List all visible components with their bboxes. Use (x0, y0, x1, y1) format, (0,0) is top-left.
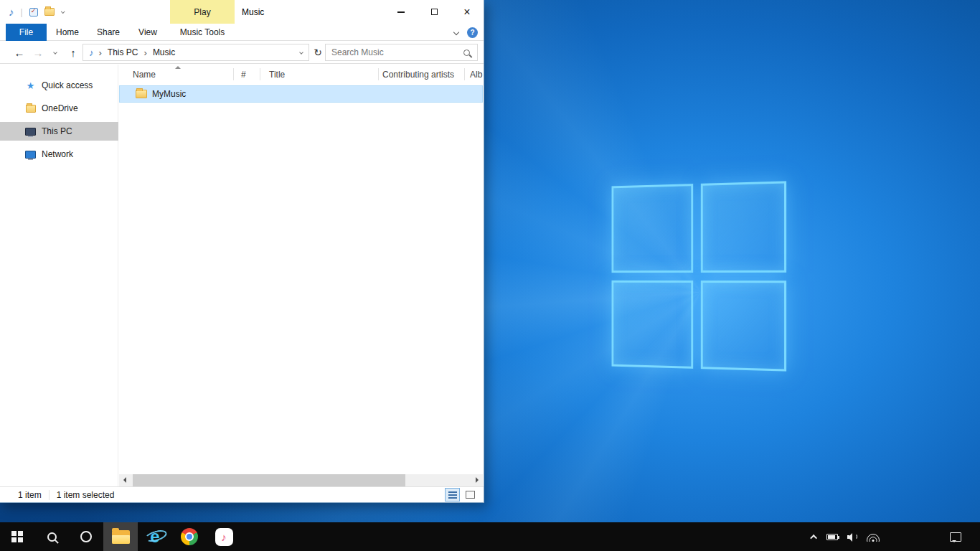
column-header-contributing-artists[interactable]: Contributing artists (382, 65, 454, 84)
battery-icon[interactable] (826, 534, 838, 540)
taskbar-internet-explorer-button[interactable]: e (138, 522, 172, 551)
customize-toolbar-chevron-icon[interactable] (61, 9, 65, 14)
desktop: ♪ | Play Music × File (0, 0, 980, 551)
tab-home[interactable]: Home (50, 24, 85, 41)
scroll-left-arrow-icon[interactable] (123, 477, 126, 483)
recent-locations-chevron-icon (53, 50, 57, 55)
file-explorer-window: ♪ | Play Music × File (0, 0, 484, 503)
refresh-button[interactable]: ↻ (310, 44, 326, 61)
quick-access-star-icon: ★ (24, 81, 37, 90)
window-title: Music (242, 0, 264, 24)
address-dropdown-chevron-icon (299, 50, 303, 55)
hidden-icons-chevron-icon[interactable] (810, 534, 817, 541)
tab-music-tools-label: Music Tools (180, 27, 225, 37)
status-bar: 1 item 1 item selected (0, 486, 484, 502)
windows-logo-pane (700, 281, 786, 372)
close-button[interactable]: × (451, 0, 484, 24)
search-icon[interactable] (463, 50, 470, 56)
wifi-icon[interactable] (867, 532, 880, 542)
sidebar-item-this-pc[interactable]: This PC (0, 122, 118, 141)
column-divider[interactable] (378, 68, 379, 80)
tab-file[interactable]: File (6, 24, 47, 41)
selection-count: 1 item selected (57, 490, 115, 500)
search-box (325, 44, 478, 61)
recent-locations-button[interactable] (49, 41, 62, 64)
maximize-icon (431, 9, 438, 15)
status-divider (49, 490, 50, 500)
taskbar: e ♪ (0, 522, 980, 551)
scrollbar-thumb[interactable] (133, 474, 405, 486)
minimize-button[interactable] (385, 0, 418, 24)
address-dropdown-button[interactable] (294, 44, 308, 60)
itunes-icon: ♪ (215, 528, 233, 546)
address-bar[interactable]: ♪ › This PC › Music (83, 44, 309, 61)
window-controls: × (385, 0, 484, 24)
breadcrumb-this-pc[interactable]: This PC (103, 44, 143, 60)
large-icons-view-icon (466, 491, 475, 499)
toolbar-separator: | (21, 7, 23, 17)
navigation-pane: ★ Quick access OneDrive This PC Network (0, 65, 118, 486)
taskbar-file-explorer-button[interactable] (103, 522, 138, 551)
taskbar-search-button[interactable] (34, 522, 69, 551)
help-icon[interactable]: ? (467, 27, 478, 38)
sidebar-item-onedrive[interactable]: OneDrive (0, 99, 118, 118)
column-header-track-number[interactable]: # (241, 65, 246, 84)
contextual-tab-play[interactable]: Play (170, 0, 235, 24)
column-header-album[interactable]: Alb (470, 65, 482, 84)
item-count: 1 item (18, 490, 42, 500)
system-tray (812, 522, 880, 551)
column-divider[interactable] (260, 68, 260, 80)
cortana-button[interactable] (69, 522, 103, 551)
titlebar: ♪ | Play Music × (0, 0, 484, 24)
tab-share-label: Share (97, 27, 120, 37)
breadcrumb-music[interactable]: Music (148, 44, 180, 60)
scroll-right-arrow-icon[interactable] (476, 477, 479, 483)
windows-start-icon (11, 531, 23, 542)
horizontal-scrollbar[interactable] (119, 474, 483, 486)
file-row-mymusic[interactable]: MyMusic (119, 85, 483, 103)
tab-file-label: File (19, 27, 33, 37)
column-header-title[interactable]: Title (269, 65, 285, 84)
up-arrow-icon: ↑ (70, 47, 76, 59)
details-view-button[interactable] (445, 488, 460, 501)
sidebar-item-quick-access[interactable]: ★ Quick access (0, 76, 118, 95)
search-input[interactable] (326, 44, 463, 60)
column-divider[interactable] (233, 68, 234, 80)
new-folder-icon[interactable] (44, 8, 55, 16)
windows-logo-pane (612, 280, 693, 368)
windows-logo-pane (700, 181, 786, 272)
tab-view[interactable]: View (131, 24, 165, 41)
start-button[interactable] (0, 522, 34, 551)
action-center-icon (950, 532, 961, 542)
file-list-area: Name # Title Contributing artists Alb My… (119, 65, 484, 486)
network-monitor-icon (24, 151, 37, 159)
back-button[interactable]: ← (11, 41, 28, 64)
quick-access-toolbar: ♪ | (9, 0, 64, 24)
action-center-button[interactable] (941, 522, 970, 551)
file-explorer-icon (112, 530, 130, 544)
properties-icon[interactable] (29, 8, 38, 17)
up-button[interactable]: ↑ (65, 41, 82, 64)
tab-music-tools[interactable]: Music Tools (170, 24, 235, 41)
window-title-text: Music (242, 7, 264, 17)
forward-arrow-icon: → (33, 47, 44, 59)
contextual-tab-play-label: Play (194, 7, 210, 17)
large-icons-view-button[interactable] (463, 488, 478, 501)
back-arrow-icon: ← (14, 47, 25, 59)
taskbar-chrome-button[interactable] (172, 522, 207, 551)
sidebar-item-network[interactable]: Network (0, 145, 118, 164)
column-header-row: Name # Title Contributing artists Alb (119, 65, 484, 84)
speaker-icon[interactable] (847, 532, 857, 541)
taskbar-itunes-button[interactable]: ♪ (207, 522, 241, 551)
column-header-name[interactable]: Name (133, 65, 156, 84)
tab-share[interactable]: Share (90, 24, 126, 41)
column-divider[interactable] (464, 68, 465, 80)
maximize-button[interactable] (418, 0, 451, 24)
chrome-icon (181, 528, 198, 545)
forward-button[interactable]: → (29, 41, 47, 64)
sidebar-item-label: Network (42, 149, 73, 159)
expand-ribbon-chevron-icon[interactable] (453, 29, 459, 35)
file-row-label: MyMusic (152, 89, 186, 99)
sidebar-item-label: This PC (42, 126, 72, 136)
address-bar-row: ← → ↑ ♪ › This PC › Music ↻ (0, 41, 484, 64)
